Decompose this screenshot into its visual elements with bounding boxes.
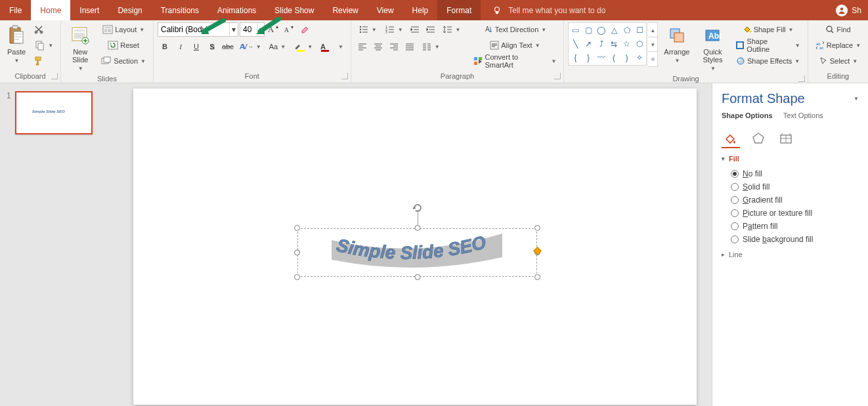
fill-option-slidebg[interactable]: Slide background fill [731,235,859,244]
new-slide-button[interactable]: NewSlide ▼ [65,22,95,75]
arrange-button[interactable]: Arrange▼ [661,22,693,67]
pane-cat-effects[interactable] [749,130,768,148]
clear-formatting-button[interactable] [297,22,312,37]
font-size-combo[interactable]: ▾ [240,22,265,37]
pane-cat-fill-line[interactable] [722,130,740,148]
shadow-button[interactable]: S [205,39,219,54]
shape-outline-button[interactable]: Shape Outline▼ [732,38,803,52]
quick-styles-button[interactable]: Abc QuickStyles ▼ [695,22,729,75]
grow-font-button[interactable]: A▴ [266,22,280,37]
section-line-header[interactable]: ▸Line [722,251,859,258]
find-button[interactable]: Find [812,22,864,37]
tab-format[interactable]: Format [437,0,481,20]
format-painter-button[interactable] [32,54,46,68]
decrease-indent-button[interactable] [408,22,422,37]
text-direction-button[interactable]: AText Direction▼ [470,22,559,37]
select-button[interactable]: Select▼ [812,54,864,68]
font-dialog-launcher[interactable] [341,73,348,79]
font-highlight-button[interactable]: ▼ [290,39,316,54]
eraser-icon [299,24,310,35]
resize-handle-tr[interactable] [534,225,540,231]
copy-button[interactable]: ▼ [32,38,56,52]
slide-thumbnails-panel[interactable]: 1 Simple Slide SEO [0,83,118,406]
tab-insert[interactable]: Insert [70,0,108,20]
layout-button[interactable]: Layout▼ [98,22,149,37]
underline-button[interactable]: U [189,39,204,54]
italic-button[interactable]: I [173,39,188,54]
pane-cat-size[interactable] [777,130,795,148]
tab-review[interactable]: Review [323,0,367,20]
columns-button[interactable]: ▼ [418,39,443,54]
tab-design[interactable]: Design [108,0,151,20]
wordart-selection[interactable]: Simple Slide SEO [297,228,537,277]
chevron-down-icon[interactable]: ▾ [257,23,264,36]
section-button[interactable]: Section▼ [98,54,149,68]
fill-option-solid[interactable]: Solid fill [731,182,859,192]
shape-effects-button[interactable]: Shape Effects▼ [732,54,803,68]
fill-option-picture[interactable]: Picture or texture fill [731,209,859,218]
fill-option-gradient[interactable]: Gradient fill [731,195,859,205]
fill-option-nofill[interactable]: No fill [731,169,859,178]
slide-canvas-area[interactable]: Simple Slide SEO [118,83,712,406]
shapes-gallery[interactable]: ▭▢◯△⬠☐ ╲↗⤴⇆☆⬡ {}〰()✧ [568,22,647,66]
resize-handle-bm[interactable] [414,274,420,280]
justify-button[interactable] [402,39,417,54]
align-right-button[interactable] [387,39,401,54]
change-case-button[interactable]: Aa▼ [266,39,289,54]
tab-transitions[interactable]: Transitions [152,0,208,20]
resize-handle-tm[interactable] [414,225,420,231]
tab-home[interactable]: Home [31,0,70,20]
bold-button[interactable]: B [158,39,172,54]
paragraph-dialog-launcher[interactable] [554,73,561,79]
font-name-input[interactable] [158,23,229,36]
tab-slideshow[interactable]: Slide Show [265,0,323,20]
tab-view[interactable]: View [368,0,403,20]
font-size-input[interactable] [240,23,257,36]
indent-icon [425,25,436,34]
align-left-button[interactable] [355,39,370,54]
chevron-down-icon[interactable]: ▾ [229,23,238,36]
svg-text:3: 3 [385,30,387,34]
replace-button[interactable]: abacReplace▼ [812,38,864,52]
drawing-dialog-launcher[interactable] [798,75,805,82]
wordart-shape[interactable]: Simple Slide SEO [334,241,500,270]
font-name-combo[interactable]: ▾ [158,22,238,37]
tell-me[interactable] [481,0,651,20]
numbering-button[interactable]: 123▼ [381,22,406,37]
font-color-button[interactable]: A▼ [317,39,347,54]
tab-animations[interactable]: Animations [208,0,265,20]
convert-smartart-button[interactable]: Convert to SmartArt▼ [470,54,559,68]
shape-fill-button[interactable]: Shape Fill▼ [732,22,803,37]
tab-file[interactable]: File [0,0,31,20]
rotate-handle[interactable] [412,202,423,216]
slide[interactable]: Simple Slide SEO [133,89,697,405]
reset-button[interactable]: Reset [98,38,149,52]
shrink-font-button[interactable]: A▾ [282,22,296,37]
clipboard-dialog-launcher[interactable] [51,73,58,79]
resize-handle-ml[interactable] [294,250,300,256]
resize-handle-tl[interactable] [294,225,300,231]
fill-option-pattern[interactable]: Pattern fill [731,222,859,231]
tab-help[interactable]: Help [403,0,438,20]
char-spacing-button[interactable]: AV↔▼ [236,39,265,54]
account-area[interactable]: Sh [836,0,868,20]
align-center-button[interactable] [371,39,385,54]
paste-button[interactable]: Paste▼ [4,22,29,67]
pane-tab-text-options[interactable]: Text Options [783,112,823,122]
line-spacing-button[interactable]: ▼ [439,22,464,37]
pane-tab-shape-options[interactable]: Shape Options [722,112,773,122]
svg-rect-29 [474,57,477,60]
align-text-button[interactable]: Align Text▼ [470,38,559,52]
shapes-scroll[interactable]: ▴▾≡ [648,22,658,67]
cut-button[interactable] [32,22,46,37]
tell-me-input[interactable] [507,5,651,16]
section-fill-header[interactable]: ▾Fill [722,155,859,163]
strike-button[interactable]: abc [221,39,235,54]
line-spacing-icon [443,25,453,34]
slide-thumbnail-1[interactable]: Simple Slide SEO [15,91,93,134]
pane-menu-button[interactable]: ▼ [854,96,859,102]
resize-handle-bl[interactable] [294,274,300,280]
increase-indent-button[interactable] [423,22,438,37]
bullets-button[interactable]: ▼ [355,22,380,37]
resize-handle-br[interactable] [534,274,540,280]
